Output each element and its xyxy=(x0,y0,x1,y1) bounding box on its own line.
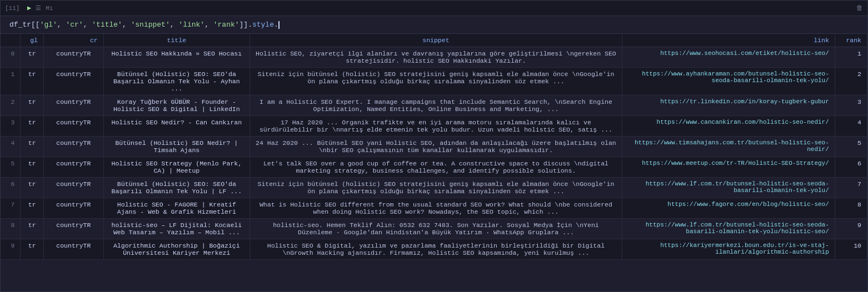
cell-rank: 5 xyxy=(835,137,867,157)
col-header-cr: cr xyxy=(44,34,104,47)
table-row: 5trcountryTRHolistic SEO Strategy (Menlo… xyxy=(1,157,867,178)
mi-icon: Mı xyxy=(46,5,53,12)
cell-title: Bütünsel (Holistic) SEO: SEO'da Başarılı… xyxy=(103,68,250,95)
cell-idx: 0 xyxy=(1,47,21,68)
cell-title: Algorithmic Authorship | Boğaziçi Üniver… xyxy=(103,239,250,260)
cell-link: https://www.fagore.com/en/blog/holistic-… xyxy=(622,198,835,219)
table-row: 3trcountryTRHolistic SEO Nedir? - Can Ca… xyxy=(1,116,867,137)
cell-cr: countryTR xyxy=(44,137,104,157)
cell-title: Bütünsel (Holistic) SEO Nedir? | Timsah … xyxy=(103,137,250,157)
cell-title: Holistic SEO - FAGORE | Kreatif Ajans - … xyxy=(103,198,250,219)
table-row: 8trcountryTRholistic-seo – LF Dijital: K… xyxy=(1,219,867,239)
cell-link: https://kariyermerkezi.boun.edu.tr/is-ve… xyxy=(622,239,835,260)
cell-link: https://www.timsahajans.com.tr/butunsel-… xyxy=(622,137,835,157)
cell-snippet: holistic-seo. Hemen Teklif Alın: 0532 63… xyxy=(250,219,622,239)
cell-gl: tr xyxy=(21,178,44,198)
cell-gl: tr xyxy=(21,137,44,157)
cell-cr: countryTR xyxy=(44,95,104,116)
table-row: 1trcountryTRBütünsel (Holistic) SEO: SEO… xyxy=(1,68,867,95)
cell-idx: 1 xyxy=(1,68,21,95)
cell-title: Holistic SEO Nedir? - Can Cankıran xyxy=(103,116,250,137)
table-header-row: gl cr title snippet link rank xyxy=(1,34,867,47)
table-row: 2trcountryTRKoray Tuğberk GÜBÜR - Founde… xyxy=(1,95,867,116)
cell-idx: 5 xyxy=(1,157,21,178)
cell-link: https://www.meetup.com/tr-TR/Holistic-SE… xyxy=(622,157,835,178)
cell-rank: 10 xyxy=(835,239,867,260)
col-header-snippet: snippet xyxy=(250,34,622,47)
format-icon[interactable]: ☰ xyxy=(36,4,41,12)
cell-rank: 6 xyxy=(835,157,867,178)
cell-snippet: 17 Haz 2020 ... Organik trafikte ve en i… xyxy=(250,116,622,137)
cell-rank: 3 xyxy=(835,95,867,116)
cell-gl: tr xyxy=(21,68,44,95)
cell-snippet: I am a Holistic SEO Expert. I manage cam… xyxy=(250,95,622,116)
cell-gl: tr xyxy=(21,47,44,68)
cell-snippet: Let's talk SEO over a good cup of coffee… xyxy=(250,157,622,178)
col-header-gl: gl xyxy=(21,34,44,47)
cell-snippet: Holistic SEO & Digital, yazılım ve pazar… xyxy=(250,239,622,260)
cell-title: Holistic SEO Hakkında » SEO Hocası xyxy=(103,47,250,68)
cell-idx: 8 xyxy=(1,219,21,239)
code-input[interactable]: df_tr[['gl', 'cr', 'title', 'snippet', '… xyxy=(1,16,867,34)
cell-cr: countryTR xyxy=(44,157,104,178)
cell-number: [11] xyxy=(5,5,23,12)
cell-link: https://www.ayhankaraman.com/butunsel-ho… xyxy=(622,68,835,95)
col-header-link: link xyxy=(622,34,835,47)
cell-snippet: Siteniz için bütünsel (holistic) SEO str… xyxy=(250,178,622,198)
cell-gl: tr xyxy=(21,239,44,260)
table-row: 7trcountryTRHolistic SEO - FAGORE | Krea… xyxy=(1,198,867,219)
cell-cr: countryTR xyxy=(44,116,104,137)
cell-cr: countryTR xyxy=(44,68,104,95)
cell-cr: countryTR xyxy=(44,47,104,68)
cell-idx: 4 xyxy=(1,137,21,157)
cell-rank: 8 xyxy=(835,198,867,219)
cell-rank: 9 xyxy=(835,219,867,239)
cell-header: [11] ▶ ☰ Mı 🗑 xyxy=(1,1,867,16)
cell-idx: 7 xyxy=(1,198,21,219)
cell-snippet: Holistic SEO, ziyaretçi ilgi alanları ve… xyxy=(250,47,622,68)
cell-gl: tr xyxy=(21,198,44,219)
cell-cr: countryTR xyxy=(44,178,104,198)
cell-idx: 6 xyxy=(1,178,21,198)
cell-snippet: Siteniz için bütünsel (holistic) SEO str… xyxy=(250,68,622,95)
table-row: 0trcountryTRHolistic SEO Hakkında » SEO … xyxy=(1,47,867,68)
cell-title: Koray Tuğberk GÜBÜR - Founder - Holistic… xyxy=(103,95,250,116)
cell-snippet: 24 Haz 2020 ... Bütünsel SEO yani Holist… xyxy=(250,137,622,157)
cell-cr: countryTR xyxy=(44,198,104,219)
cell-title: holistic-seo – LF Dijital: Kocaeli Web T… xyxy=(103,219,250,239)
notebook-cell: [11] ▶ ☰ Mı 🗑 df_tr[['gl', 'cr', 'title'… xyxy=(0,0,868,292)
run-button[interactable]: ▶ xyxy=(27,4,31,12)
cell-rank: 1 xyxy=(835,47,867,68)
cell-idx: 2 xyxy=(1,95,21,116)
cell-gl: tr xyxy=(21,219,44,239)
cell-link: https://www.lf.com.tr/butunsel-holistic-… xyxy=(622,219,835,239)
cell-gl: tr xyxy=(21,95,44,116)
cell-snippet: What is Holistic SEO different from the … xyxy=(250,198,622,219)
cell-rank: 2 xyxy=(835,68,867,95)
cell-cr: countryTR xyxy=(44,239,104,260)
cell-link: https://www.lf.com.tr/butunsel-holistic-… xyxy=(622,178,835,198)
cell-rank: 7 xyxy=(835,178,867,198)
output-area: gl cr title snippet link rank 0trcountry… xyxy=(1,34,867,260)
cell-title: Bütünsel (Holistic) SEO: SEO'da Başarılı… xyxy=(103,178,250,198)
cell-idx: 9 xyxy=(1,239,21,260)
cell-cr: countryTR xyxy=(44,219,104,239)
table-row: 4trcountryTRBütünsel (Holistic) SEO Nedi… xyxy=(1,137,867,157)
col-header-idx xyxy=(1,34,21,47)
table-row: 6trcountryTRBütünsel (Holistic) SEO: SEO… xyxy=(1,178,867,198)
cell-title: Holistic SEO Strategy (Menlo Park, CA) |… xyxy=(103,157,250,178)
delete-button[interactable]: 🗑 xyxy=(856,4,863,12)
cell-idx: 3 xyxy=(1,116,21,137)
col-header-title: title xyxy=(103,34,250,47)
cell-link: https://www.seohocasi.com/etiket/holisti… xyxy=(622,47,835,68)
cell-rank: 4 xyxy=(835,116,867,137)
col-header-rank: rank xyxy=(835,34,867,47)
cell-gl: tr xyxy=(21,116,44,137)
dataframe-table: gl cr title snippet link rank 0trcountry… xyxy=(1,34,867,260)
cell-link: https://tr.linkedin.com/in/koray-tugberk… xyxy=(622,95,835,116)
cell-link: https://www.cancankiran.com/holistic-seo… xyxy=(622,116,835,137)
cell-gl: tr xyxy=(21,157,44,178)
table-row: 9trcountryTRAlgorithmic Authorship | Boğ… xyxy=(1,239,867,260)
